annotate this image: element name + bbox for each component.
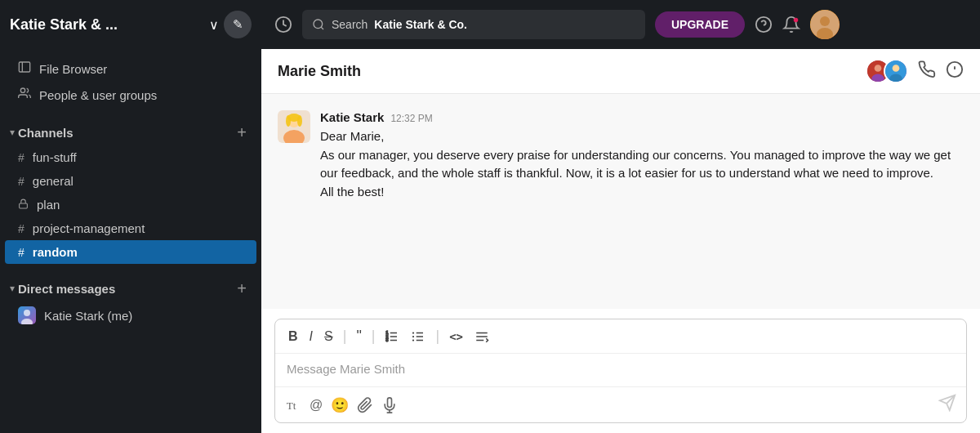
svg-point-14 [21,319,33,324]
quote-button[interactable]: " [353,326,364,346]
phone-button[interactable] [918,60,936,83]
voice-button[interactable] [381,397,398,413]
chat-area: Marie Smith [261,49,980,433]
dm-label: Direct messages [18,282,232,296]
send-icon [938,394,956,412]
hash-icon: # [18,222,24,235]
add-dm-button[interactable]: + [232,279,252,298]
sidebar-item-project-management[interactable]: # project-management [5,216,256,240]
svg-point-11 [20,88,24,92]
message-input[interactable]: Message Marie Smith [275,354,966,386]
attach-button[interactable] [357,397,373,413]
search-workspace: Katie Stark & Co. [374,18,467,31]
message-time: 12:32 PM [390,113,432,124]
dm-chevron-icon: ▾ [10,283,15,294]
composer: B I S | " | 123 [261,309,980,433]
info-button[interactable] [946,60,964,83]
ordered-list-icon: 123 [385,329,399,344]
bold-button[interactable]: B [285,328,301,346]
text-format-icon: Tt [285,397,301,413]
channels-section[interactable]: ▾ Channels + [0,116,261,145]
ordered-list-button[interactable]: 123 [381,328,403,346]
participants-avatars[interactable] [866,59,908,83]
svg-point-5 [794,18,799,23]
message-author: Katie Stark [320,110,384,124]
svg-point-13 [24,310,30,316]
channel-name: random [33,245,78,259]
microphone-icon [381,397,398,413]
help-button[interactable] [755,16,773,33]
lock-icon [18,199,29,212]
dm-section[interactable]: ▾ Direct messages + [0,272,261,301]
toolbar-divider-2: | [372,328,376,345]
hash-icon: # [18,246,24,259]
workspace-name: Katie Stark & ... [10,16,204,33]
sidebar-item-people[interactable]: People & user groups [5,82,256,108]
file-browser-icon [18,60,31,77]
message-line-2: As our manager, you deserve every praise… [320,146,964,183]
strikethrough-button[interactable]: S [321,328,336,346]
svg-point-29 [297,115,302,127]
composer-box: B I S | " | 123 [274,319,967,423]
search-bar[interactable]: Search Katie Stark & Co. [302,10,645,39]
mention-button[interactable]: @ [310,398,323,413]
people-icon [18,87,31,103]
toolbar-divider-3: | [435,328,439,345]
top-header: Katie Stark & ... ∨ ✎ Search Katie Stark… [0,0,980,49]
avatar-image [810,10,840,39]
upgrade-button[interactable]: UPGRADE [655,11,745,38]
message-text: Dear Marie, As our manager, you deserve … [320,127,964,201]
message-line-1: Dear Marie, [320,127,964,146]
composer-actions: Tt @ 🙂 [275,386,966,422]
sidebar-item-katie-stark[interactable]: Katie Stark (me) [5,301,256,329]
add-channel-button[interactable]: + [232,123,252,142]
bell-icon [782,16,800,33]
sidebar-item-random[interactable]: # random [5,240,256,264]
chat-header: Marie Smith [261,49,980,94]
send-button[interactable] [938,394,956,416]
info-icon [946,60,964,78]
sidebar-item-plan[interactable]: plan [5,193,256,216]
channel-name: plan [37,198,60,212]
italic-button[interactable]: I [306,328,316,346]
svg-point-19 [893,65,900,72]
channels-chevron-icon: ▾ [10,127,15,138]
sidebar-item-fun-stuff[interactable]: # fun-stuff [5,145,256,169]
hash-icon: # [18,175,24,188]
svg-point-16 [875,65,882,72]
channel-name: fun-stuff [33,150,77,164]
sidebar-item-general[interactable]: # general [5,169,256,193]
search-label: Search [332,18,368,31]
text-format-button[interactable]: Tt [285,397,301,413]
user-avatar[interactable] [810,10,840,39]
svg-point-28 [286,115,291,127]
unordered-list-icon [411,329,425,344]
help-icon [755,16,773,33]
emoji-button[interactable]: 🙂 [331,396,349,414]
paperclip-icon [357,397,373,413]
sidebar: File Browser People & user groups ▾ Chan… [0,49,261,433]
people-label: People & user groups [39,88,157,102]
block-button[interactable] [471,328,492,346]
sidebar-item-file-browser[interactable]: File Browser [5,56,256,82]
workspace-area: Katie Stark & ... ∨ ✎ [0,0,261,49]
file-browser-label: File Browser [39,62,107,76]
channel-name: project-management [33,221,145,235]
block-icon [474,329,489,344]
avatar-katie [884,59,908,83]
hash-icon: # [18,151,24,164]
unordered-list-button[interactable] [408,328,429,346]
svg-point-41 [412,339,414,341]
edit-workspace-button[interactable]: ✎ [224,11,252,38]
toolbar-divider-1: | [343,328,347,345]
svg-text:Tt: Tt [287,400,296,412]
dm-avatar [18,306,36,324]
code-button[interactable]: <> [446,328,466,345]
composer-toolbar: B I S | " | 123 [275,319,966,354]
svg-text:3: 3 [386,337,389,342]
phone-icon [918,60,936,78]
notifications-button[interactable] [782,16,800,33]
message-line-3: All the best! [320,183,964,202]
history-button[interactable] [274,16,292,33]
message: Katie Stark 12:32 PM Dear Marie, As our … [278,110,964,201]
